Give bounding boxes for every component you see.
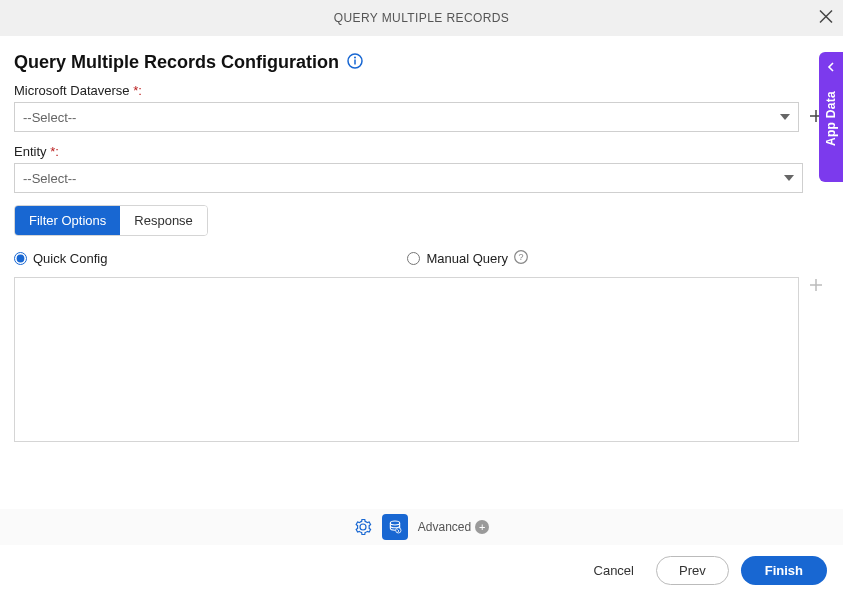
radio-manual-query-input[interactable] [407,252,420,265]
radio-quick-config[interactable]: Quick Config [14,251,107,266]
dataverse-select[interactable]: --Select-- [14,102,799,132]
entity-label: Entity *: [14,144,829,159]
close-icon[interactable] [819,10,833,27]
info-icon[interactable] [347,53,363,72]
radio-manual-query[interactable]: Manual Query [407,251,508,266]
radio-quick-config-label: Quick Config [33,251,107,266]
cancel-button[interactable]: Cancel [584,557,644,584]
tab-response[interactable]: Response [120,206,207,235]
svg-text:?: ? [519,252,524,262]
modal-header: QUERY MULTIPLE RECORDS [0,0,843,36]
chevron-left-icon [826,60,836,75]
plus-circle-icon: + [475,520,489,534]
dataverse-label: Microsoft Dataverse *: [14,83,829,98]
modal-body: Query Multiple Records Configuration Mic… [0,36,843,442]
page-title: Query Multiple Records Configuration [14,52,339,73]
database-icon[interactable] [382,514,408,540]
app-data-drawer-toggle[interactable]: App Data [819,52,843,182]
query-textarea[interactable] [14,277,799,442]
subtab-group: Filter Options Response [14,205,208,236]
advanced-toggle[interactable]: Advanced + [418,520,489,534]
svg-rect-4 [354,60,356,65]
finish-button[interactable]: Finish [741,556,827,585]
bottom-toolbar: Advanced + [0,509,843,545]
radio-manual-query-label: Manual Query [426,251,508,266]
modal-footer: Cancel Prev Finish [0,545,843,595]
tab-filter-options[interactable]: Filter Options [15,206,120,235]
svg-point-11 [390,521,399,525]
modal-title: QUERY MULTIPLE RECORDS [334,11,510,25]
help-icon[interactable]: ? [514,250,528,267]
radio-quick-config-input[interactable] [14,252,27,265]
svg-point-3 [354,57,356,59]
gear-icon[interactable] [354,518,372,536]
app-data-drawer-label: App Data [824,91,838,146]
entity-select[interactable]: --Select-- [14,163,803,193]
prev-button[interactable]: Prev [656,556,729,585]
add-condition-button[interactable] [803,277,829,296]
advanced-label: Advanced [418,520,471,534]
